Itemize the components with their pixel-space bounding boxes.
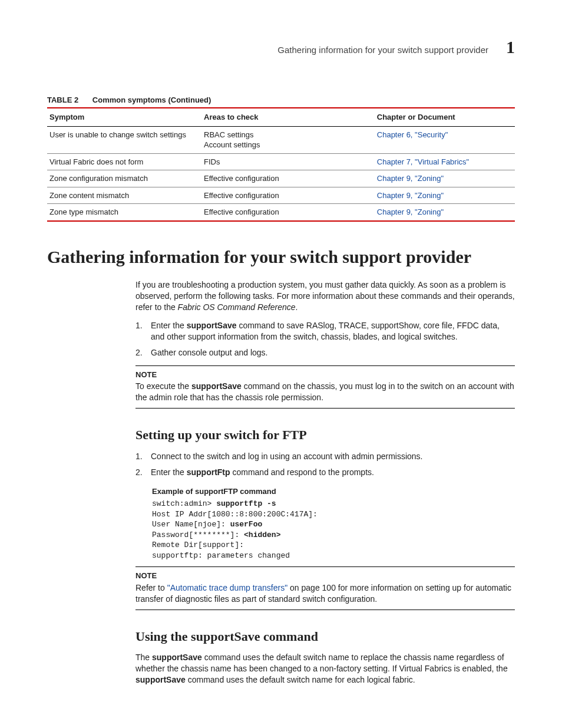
cell: RBAC settings Account settings xyxy=(201,126,375,153)
text: command uses the default switch name for… xyxy=(186,675,415,684)
step-2: Enter the supportFtp command and respond… xyxy=(135,467,515,478)
step-1: Enter the supportSave command to save RA… xyxy=(135,320,515,342)
cell: Effective configuration xyxy=(201,170,375,187)
cell: Zone configuration mismatch xyxy=(47,170,201,187)
table-caption: TABLE 2 Common symptoms (Continued) xyxy=(47,95,515,106)
code-line: supportftp: parameters changed xyxy=(152,551,290,560)
cell: Zone type mismatch xyxy=(47,204,201,221)
chapter-link[interactable]: Chapter 9, "Zoning" xyxy=(377,174,444,183)
cell: Chapter 9, "Zoning" xyxy=(375,204,515,221)
table-row: Zone configuration mismatch Effective co… xyxy=(47,170,515,187)
section-heading-ftp: Setting up your switch for FTP xyxy=(135,426,515,444)
cell: User is unable to change switch settings xyxy=(47,126,201,153)
doc-ref: Fabric OS Command Reference xyxy=(178,302,296,312)
section-heading-supportsave: Using the supportSave command xyxy=(135,628,515,645)
ftp-steps: Connect to the switch and log in using a… xyxy=(135,451,515,478)
code-line: Remote Dir[support]: xyxy=(152,541,244,549)
code-input: userFoo xyxy=(230,520,263,529)
table-row: Zone type mismatch Effective configurati… xyxy=(47,204,515,221)
table-row: Virtual Fabric does not form FIDs Chapte… xyxy=(47,153,515,170)
step-1: Connect to the switch and log in using a… xyxy=(135,451,515,462)
code-line: Password[********]: xyxy=(152,531,244,539)
code-input: supportftp -s xyxy=(216,499,276,508)
xref-link[interactable]: "Automatic trace dump transfers" xyxy=(167,583,287,592)
running-header: Gathering information for your switch su… xyxy=(47,35,515,60)
cell: Effective configuration xyxy=(201,187,375,204)
code-line: Host IP Addr[1080::8:800:200C:417A]: xyxy=(152,510,318,519)
text: To execute the xyxy=(135,381,191,391)
col-chapter: Chapter or Document xyxy=(375,108,515,126)
example-label: Example of supportFTP command xyxy=(152,486,515,497)
chapter-number: 1 xyxy=(506,35,515,60)
step-2: Gather console output and logs. xyxy=(135,347,515,358)
note-label: NOTE xyxy=(135,370,515,380)
col-areas: Areas to check xyxy=(201,108,375,126)
note-label: NOTE xyxy=(135,571,515,581)
note-block: NOTE To execute the supportSave command … xyxy=(135,365,515,409)
cell: FIDs xyxy=(201,153,375,170)
code-line: User Name[njoe]: xyxy=(152,520,230,529)
code-line: switch:admin> xyxy=(152,499,216,508)
cmd: supportFtp xyxy=(187,467,230,477)
cmd: supportSave xyxy=(191,381,242,391)
text: Enter the xyxy=(151,321,187,330)
cell: Chapter 6, "Security" xyxy=(375,126,515,153)
note-body: Refer to "Automatic trace dump transfers… xyxy=(135,582,515,605)
text: . xyxy=(296,302,298,312)
cmd: supportSave xyxy=(152,653,202,662)
cmd: supportSave xyxy=(135,675,186,684)
table-desc: Common symptoms (Continued) xyxy=(92,95,211,104)
table-row: Zone content mismatch Effective configur… xyxy=(47,187,515,204)
text: The xyxy=(135,653,152,662)
text: Enter the xyxy=(151,467,187,477)
cell: Zone content mismatch xyxy=(47,187,201,204)
page-title: Gathering information for your switch su… xyxy=(47,245,515,269)
text: command and respond to the prompts. xyxy=(230,467,374,477)
table-row: User is unable to change switch settings… xyxy=(47,126,515,153)
cell: Effective configuration xyxy=(201,204,375,221)
cell: Virtual Fabric does not form xyxy=(47,153,201,170)
chapter-link[interactable]: Chapter 6, "Security" xyxy=(377,130,448,139)
chapter-link[interactable]: Chapter 7, "Virtual Fabrics" xyxy=(377,157,469,166)
text: Refer to xyxy=(135,583,167,592)
note-block: NOTE Refer to "Automatic trace dump tran… xyxy=(135,566,515,610)
chapter-link[interactable]: Chapter 9, "Zoning" xyxy=(377,191,444,200)
cmd: supportSave xyxy=(187,321,237,330)
main-steps: Enter the supportSave command to save RA… xyxy=(135,320,515,358)
supportsave-para: The supportSave command uses the default… xyxy=(135,652,515,686)
chapter-link[interactable]: Chapter 9, "Zoning" xyxy=(377,207,444,216)
note-body: To execute the supportSave command on th… xyxy=(135,381,515,403)
intro-paragraph: If you are troubleshooting a production … xyxy=(135,279,515,313)
col-symptom: Symptom xyxy=(47,108,201,126)
symptoms-table: Symptom Areas to check Chapter or Docume… xyxy=(47,107,515,222)
code-block: switch:admin> supportftp -s Host IP Addr… xyxy=(152,499,515,561)
cell: Chapter 9, "Zoning" xyxy=(375,170,515,187)
code-input: <hidden> xyxy=(244,531,280,539)
cell: Chapter 7, "Virtual Fabrics" xyxy=(375,153,515,170)
table-label: TABLE 2 xyxy=(47,95,78,104)
running-title: Gathering information for your switch su… xyxy=(277,44,488,56)
cell: Chapter 9, "Zoning" xyxy=(375,187,515,204)
